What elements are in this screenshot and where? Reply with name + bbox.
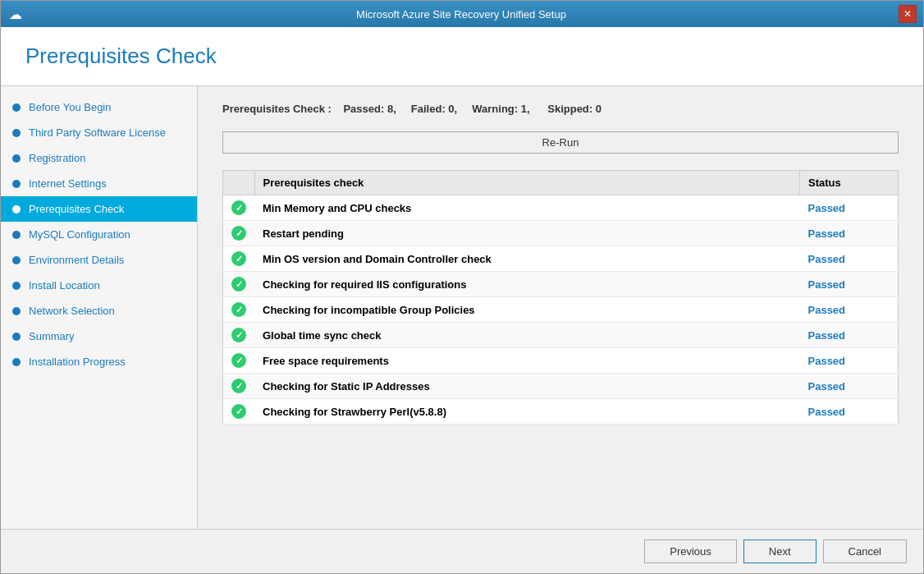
sidebar-label-environment-details: Environment Details	[29, 254, 124, 266]
table-row: ✓Checking for incompatible Group Policie…	[223, 297, 899, 323]
rerun-button[interactable]: Re-Run	[222, 131, 899, 154]
row-icon-3: ✓	[223, 272, 255, 297]
sidebar-dot-summary	[12, 333, 21, 341]
row-status-0[interactable]: Passed	[800, 195, 899, 221]
row-icon-8: ✓	[223, 399, 255, 425]
sidebar-item-summary[interactable]: Summary	[1, 324, 197, 349]
check-icon-2: ✓	[231, 251, 246, 266]
col-header-name: Prerequisites check	[254, 171, 800, 195]
status-link-4[interactable]: Passed	[808, 304, 846, 316]
check-icon-3: ✓	[231, 277, 246, 292]
sidebar-item-prerequisites-check[interactable]: Prerequisites Check	[1, 196, 197, 222]
content-area: Prerequisites Check : Passed: 8, Failed:…	[198, 86, 923, 529]
check-icon-8: ✓	[231, 404, 246, 419]
passed-label: Passed:	[343, 103, 384, 115]
sidebar-label-third-party-software: Third Party Software License	[29, 126, 166, 139]
skipped-value: 0	[596, 103, 602, 115]
warning-label: Warning:	[472, 103, 518, 115]
row-status-6[interactable]: Passed	[800, 348, 899, 374]
row-icon-7: ✓	[223, 374, 255, 399]
sidebar-item-third-party-software[interactable]: Third Party Software License	[1, 120, 197, 145]
skipped-label: Skipped:	[547, 103, 592, 115]
check-icon-4: ✓	[231, 302, 246, 317]
table-row: ✓Checking for Static IP AddressesPassed	[223, 374, 899, 399]
table-row: ✓Min OS version and Domain Controller ch…	[223, 246, 899, 272]
status-link-7[interactable]: Passed	[808, 380, 846, 393]
sidebar-item-installation-progress[interactable]: Installation Progress	[1, 349, 197, 374]
row-status-1[interactable]: Passed	[800, 221, 899, 246]
row-status-2[interactable]: Passed	[800, 246, 899, 272]
sidebar-item-environment-details[interactable]: Environment Details	[1, 247, 197, 273]
sidebar-dot-install-location	[12, 282, 21, 290]
row-icon-4: ✓	[223, 297, 255, 323]
row-status-3[interactable]: Passed	[800, 272, 899, 297]
sidebar-label-before-you-begin: Before You Begin	[29, 101, 111, 113]
check-icon-6: ✓	[231, 353, 246, 368]
passed-value: 8,	[387, 103, 396, 115]
previous-button[interactable]: Previous	[644, 540, 737, 563]
sidebar-item-registration[interactable]: Registration	[1, 145, 197, 171]
sidebar-label-prerequisites-check: Prerequisites Check	[29, 203, 124, 215]
status-link-0[interactable]: Passed	[808, 202, 846, 214]
table-row: ✓Free space requirementsPassed	[223, 348, 899, 374]
status-link-8[interactable]: Passed	[808, 406, 846, 418]
sidebar-dot-registration	[12, 154, 21, 163]
row-name-1: Restart pending	[254, 221, 800, 246]
sidebar-label-installation-progress: Installation Progress	[29, 356, 126, 368]
check-icon-0: ✓	[231, 200, 246, 215]
sidebar-dot-mysql-configuration	[12, 231, 21, 239]
main-window: ☁ Microsoft Azure Site Recovery Unified …	[0, 0, 924, 574]
sidebar-item-internet-settings[interactable]: Internet Settings	[1, 171, 197, 196]
prerequisites-table: Prerequisites check Status ✓Min Memory a…	[222, 170, 899, 425]
sidebar-item-network-selection[interactable]: Network Selection	[1, 298, 197, 324]
row-name-0: Min Memory and CPU checks	[254, 195, 800, 221]
status-link-6[interactable]: Passed	[808, 355, 846, 367]
row-icon-6: ✓	[223, 348, 255, 374]
row-icon-1: ✓	[223, 221, 255, 246]
row-name-3: Checking for required IIS configurations	[254, 272, 800, 297]
sidebar-item-mysql-configuration[interactable]: MySQL Configuration	[1, 222, 197, 247]
sidebar-dot-network-selection	[12, 307, 21, 315]
sidebar-item-install-location[interactable]: Install Location	[1, 273, 197, 298]
sidebar-label-registration: Registration	[29, 152, 85, 164]
sidebar-dot-before-you-begin	[12, 103, 21, 112]
row-status-4[interactable]: Passed	[800, 297, 899, 323]
status-link-5[interactable]: Passed	[808, 329, 846, 342]
status-link-1[interactable]: Passed	[808, 227, 846, 240]
app-icon: ☁	[7, 6, 24, 22]
next-button[interactable]: Next	[743, 540, 817, 563]
status-link-3[interactable]: Passed	[808, 278, 846, 291]
sidebar-label-network-selection: Network Selection	[29, 305, 115, 317]
table-row: ✓Checking for Strawberry Perl(v5.8.8)Pas…	[223, 399, 899, 425]
failed-label: Failed:	[411, 103, 446, 115]
summary-label: Prerequisites Check :	[222, 103, 332, 115]
col-header-icon	[223, 171, 255, 195]
row-icon-0: ✓	[223, 195, 255, 221]
row-name-6: Free space requirements	[254, 348, 800, 374]
header: Prerequisites Check	[1, 27, 923, 86]
status-link-2[interactable]: Passed	[808, 253, 846, 265]
table-row: ✓Restart pendingPassed	[223, 221, 899, 246]
sidebar-dot-environment-details	[12, 256, 21, 264]
page-title: Prerequisites Check	[25, 44, 899, 69]
title-bar: ☁ Microsoft Azure Site Recovery Unified …	[1, 1, 923, 27]
sidebar-label-mysql-configuration: MySQL Configuration	[29, 228, 130, 241]
row-status-5[interactable]: Passed	[800, 323, 899, 348]
row-status-8[interactable]: Passed	[800, 399, 899, 425]
table-row: ✓Min Memory and CPU checksPassed	[223, 195, 899, 221]
cancel-button[interactable]: Cancel	[823, 540, 907, 563]
table-row: ✓Global time sync checkPassed	[223, 323, 899, 348]
row-status-7[interactable]: Passed	[800, 374, 899, 399]
row-name-8: Checking for Strawberry Perl(v5.8.8)	[254, 399, 800, 425]
sidebar-dot-third-party-software	[12, 129, 21, 137]
row-icon-5: ✓	[223, 323, 255, 348]
close-button[interactable]: ✕	[899, 5, 917, 23]
table-row: ✓Checking for required IIS configuration…	[223, 272, 899, 297]
row-name-5: Global time sync check	[254, 323, 800, 348]
sidebar-item-before-you-begin[interactable]: Before You Begin	[1, 94, 197, 120]
sidebar-label-summary: Summary	[29, 330, 75, 342]
sidebar: Before You BeginThird Party Software Lic…	[1, 86, 198, 529]
col-header-status: Status	[800, 171, 899, 195]
main-content: Before You BeginThird Party Software Lic…	[1, 86, 923, 529]
summary-line: Prerequisites Check : Passed: 8, Failed:…	[222, 103, 899, 115]
